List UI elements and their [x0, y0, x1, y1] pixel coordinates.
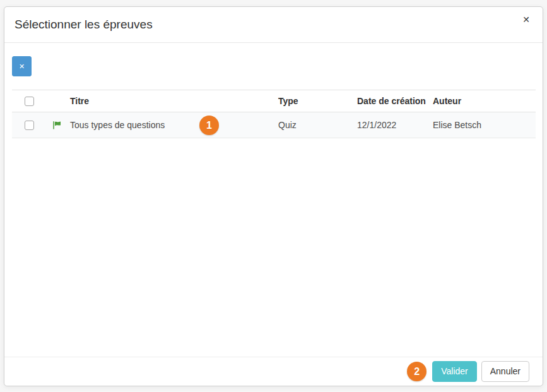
- clear-selection-button[interactable]: ✕: [12, 56, 32, 76]
- cancel-button[interactable]: Annuler: [481, 361, 529, 382]
- cell-title: Tous types de questions: [70, 120, 278, 130]
- annotation-step-1-badge: 1: [199, 116, 219, 135]
- close-icon[interactable]: ✕: [517, 10, 535, 29]
- cell-type: Quiz: [278, 120, 357, 130]
- cell-date: 12/1/2022: [357, 120, 433, 130]
- flag-icon: [52, 121, 70, 130]
- header-checkbox-cell: [12, 96, 52, 107]
- tests-table: Titre Type Date de création Auteur Tous …: [12, 90, 536, 138]
- annotation-step-2-badge: 2: [407, 362, 426, 381]
- select-tests-modal: Sélectionner les épreuves ✕ ✕ Titre Type…: [4, 6, 543, 386]
- column-header-author: Auteur: [433, 96, 536, 106]
- clear-x-icon: ✕: [19, 62, 25, 71]
- row-checkbox[interactable]: [25, 121, 34, 130]
- validate-button[interactable]: Valider: [432, 361, 477, 382]
- column-header-date: Date de création: [357, 96, 433, 106]
- column-header-type: Type: [278, 96, 357, 106]
- cell-author: Elise Betsch: [433, 120, 536, 130]
- table-header-row: Titre Type Date de création Auteur: [12, 90, 536, 112]
- table-row[interactable]: Tous types de questions Quiz 12/1/2022 E…: [12, 112, 536, 138]
- row-checkbox-cell: [12, 120, 52, 131]
- column-header-title: Titre: [70, 96, 278, 106]
- modal-title: Sélectionner les épreuves: [15, 18, 153, 32]
- modal-body: ✕ Titre Type Date de création Auteur: [4, 44, 543, 357]
- modal-header: Sélectionner les épreuves ✕: [4, 7, 543, 43]
- modal-footer: 2 Valider Annuler: [4, 357, 543, 386]
- select-all-checkbox[interactable]: [25, 97, 34, 106]
